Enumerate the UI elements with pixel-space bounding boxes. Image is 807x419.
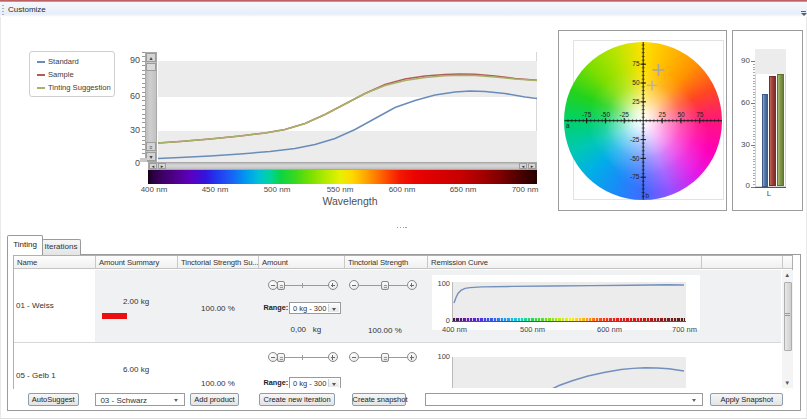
svg-text:-50: -50	[600, 111, 610, 118]
svg-text:-25: -25	[619, 111, 629, 118]
svg-text:-25: -25	[630, 136, 640, 143]
svg-text:75: 75	[632, 60, 640, 67]
svg-text:25: 25	[658, 111, 666, 118]
svg-text:50: 50	[677, 111, 685, 118]
svg-text:a: a	[566, 122, 570, 129]
svg-text:-75: -75	[581, 111, 591, 118]
svg-text:50: 50	[632, 79, 640, 86]
svg-text:-50: -50	[630, 155, 640, 162]
svg-text:b: b	[645, 192, 649, 199]
svg-text:-75: -75	[630, 173, 640, 180]
svg-text:25: 25	[632, 98, 640, 105]
svg-text:75: 75	[696, 111, 704, 118]
